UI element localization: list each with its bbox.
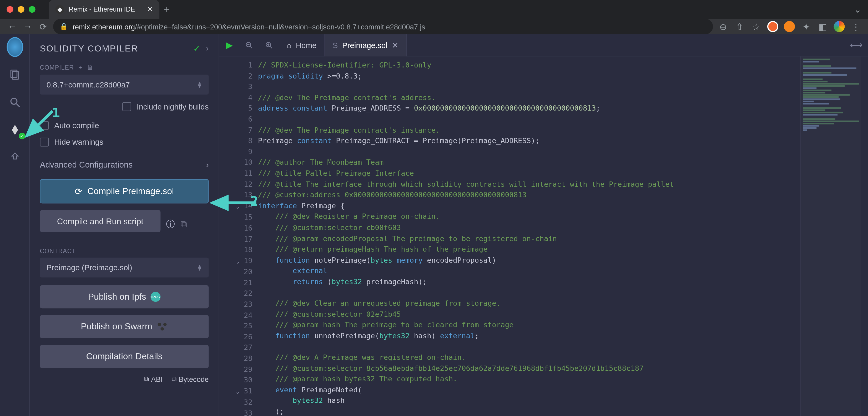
refresh-icon: ⟳ [75, 186, 82, 197]
tab-home[interactable]: ⌂ Home [279, 34, 325, 56]
home-icon: ⌂ [287, 41, 291, 49]
include-nightly-checkbox[interactable]: Include nightly builds [40, 102, 209, 111]
run-button[interactable]: ▶ [219, 35, 239, 55]
scrollbar[interactable] [861, 57, 868, 416]
icon-sidebar: ✓ [0, 34, 30, 416]
close-tab-icon[interactable]: ✕ [392, 41, 399, 49]
menu-icon[interactable]: ⋮ [850, 21, 861, 32]
zoom-in-icon[interactable] [259, 35, 279, 55]
maximize-window-icon[interactable] [29, 6, 35, 12]
checkbox-icon [40, 121, 49, 130]
panel-menu-icon[interactable]: › [206, 43, 209, 54]
browser-tab-title: Remix - Ethereum IDE [69, 5, 135, 13]
contract-select[interactable]: Preimage (Preimage.sol) ▲▼ [40, 257, 209, 278]
info-icon[interactable]: ⓘ [166, 218, 175, 230]
close-window-icon[interactable] [7, 6, 13, 12]
compilation-details-button[interactable]: Compilation Details [40, 345, 209, 368]
traffic-lights [7, 6, 35, 12]
panel-title: SOLIDITY COMPILER [40, 43, 138, 53]
compiler-file-icon[interactable]: 🗎 [87, 64, 94, 71]
tabs-dropdown-icon[interactable]: ⌄ [854, 4, 861, 15]
svg-line-11 [270, 46, 272, 48]
minimize-window-icon[interactable] [18, 6, 24, 12]
compile-button[interactable]: ⟳ Compile Preimage.sol [40, 179, 209, 204]
url-bar[interactable]: 🔒 remix.ethereum.org/#optimize=false&run… [53, 19, 713, 34]
svg-point-5 [163, 323, 167, 326]
browser-tab[interactable]: ◆ Remix - Ethereum IDE ✕ [49, 0, 159, 19]
back-button[interactable]: ← [7, 22, 18, 32]
editor-area: ▶ ⌂ Home S Preimage.sol ✕ ⟷ [219, 34, 868, 416]
publish-ipfs-button[interactable]: Publish on Ipfs IPFS [40, 285, 209, 308]
svg-line-8 [250, 46, 252, 48]
editor-toolbar: ▶ ⌂ Home S Preimage.sol ✕ ⟷ [219, 34, 868, 56]
close-tab-icon[interactable]: ✕ [147, 5, 153, 13]
copy-icon: ⧉ [172, 375, 177, 384]
metamask-icon[interactable] [784, 21, 795, 32]
contract-label: CONTRACT [40, 248, 209, 254]
contract-selected-value: Preimage (Preimage.sol) [46, 263, 132, 272]
reload-button[interactable]: ⟳ [38, 21, 49, 32]
new-tab-button[interactable]: + [164, 4, 169, 15]
window-titlebar: ◆ Remix - Ethereum IDE ✕ + ⌄ [0, 0, 868, 19]
chevron-right-icon: › [206, 160, 209, 169]
compiler-label: COMPILER + 🗎 [40, 64, 209, 71]
svg-point-4 [158, 323, 161, 326]
bytecode-link[interactable]: ⧉Bytecode [172, 375, 209, 384]
navbar-action-icons: ⊖ ⇧ ☆ ✦ ◧ ⋮ [717, 21, 861, 32]
copy-icon: ⧉ [144, 375, 149, 384]
extension-icon-1[interactable] [767, 21, 778, 32]
profile-icon[interactable] [834, 21, 845, 32]
svg-point-2 [10, 98, 17, 104]
solidity-compiler-icon[interactable]: ✓ [6, 122, 23, 138]
remix-favicon-icon: ◆ [55, 5, 64, 14]
url-path: /#optimize=false&runs=200&evmVersion=nul… [135, 22, 425, 31]
deploy-icon[interactable] [6, 149, 23, 166]
solidity-file-icon: S [333, 41, 338, 49]
auto-compile-checkbox[interactable]: Auto compile [40, 121, 209, 130]
checkbox-icon [122, 102, 131, 111]
bookmark-icon[interactable]: ☆ [751, 21, 762, 32]
remix-logo-icon[interactable] [6, 39, 23, 55]
forward-button[interactable]: → [22, 22, 33, 32]
publish-swarm-button[interactable]: Publish on Swarm [40, 315, 209, 338]
zoom-out-icon[interactable] [239, 35, 259, 55]
annotation-marker-1: 1 [52, 105, 60, 120]
search-icon[interactable] [6, 94, 23, 111]
minimap[interactable] [800, 57, 861, 416]
expand-editor-icon[interactable]: ⟷ [844, 40, 868, 50]
lock-icon[interactable]: 🔒 [60, 23, 68, 30]
compiler-version-value: 0.8.7+commit.e28d00a7 [46, 80, 130, 89]
code-editor[interactable]: // SPDX-License-Identifier: GPL-3.0-only… [258, 57, 801, 416]
compile-success-badge-icon: ✓ [19, 133, 25, 139]
checkbox-icon [40, 138, 49, 146]
zoom-icon[interactable]: ⊖ [717, 21, 728, 32]
share-icon[interactable]: ⇧ [734, 21, 745, 32]
ipfs-icon: IPFS [151, 292, 160, 302]
compiler-panel: SOLIDITY COMPILER ✓ › COMPILER + 🗎 0.8.7… [30, 34, 219, 416]
abi-link[interactable]: ⧉ABI [144, 375, 162, 384]
annotation-marker-2: 2 [250, 194, 258, 209]
url-host: remix.ethereum.org [72, 22, 135, 31]
hide-warnings-checkbox[interactable]: Hide warnings [40, 138, 209, 146]
advanced-configurations-toggle[interactable]: Advanced Configurations › [40, 160, 209, 169]
file-explorer-icon[interactable] [6, 66, 23, 83]
add-compiler-icon[interactable]: + [79, 64, 83, 71]
select-caret-icon: ▲▼ [197, 81, 202, 88]
line-gutter: 1 2 3 4 5 6 7 8 9 10 11 12 13⌄ 14 15 16 … [219, 57, 258, 416]
swarm-icon [157, 321, 168, 332]
compiler-version-select[interactable]: 0.8.7+commit.e28d00a7 ▲▼ [40, 75, 209, 95]
extensions-icon[interactable]: ✦ [800, 21, 811, 32]
svg-line-3 [16, 104, 20, 107]
tab-preimage[interactable]: S Preimage.sol ✕ [325, 34, 407, 56]
select-caret-icon: ▲▼ [197, 264, 202, 271]
sidepanel-icon[interactable]: ◧ [817, 21, 828, 32]
copy-icon[interactable]: ⧉ [180, 219, 186, 230]
compile-and-run-button[interactable]: Compile and Run script [40, 210, 161, 232]
browser-navbar: ← → ⟳ 🔒 remix.ethereum.org/#optimize=fal… [0, 19, 868, 34]
check-icon: ✓ [193, 43, 200, 54]
svg-point-6 [160, 327, 164, 331]
